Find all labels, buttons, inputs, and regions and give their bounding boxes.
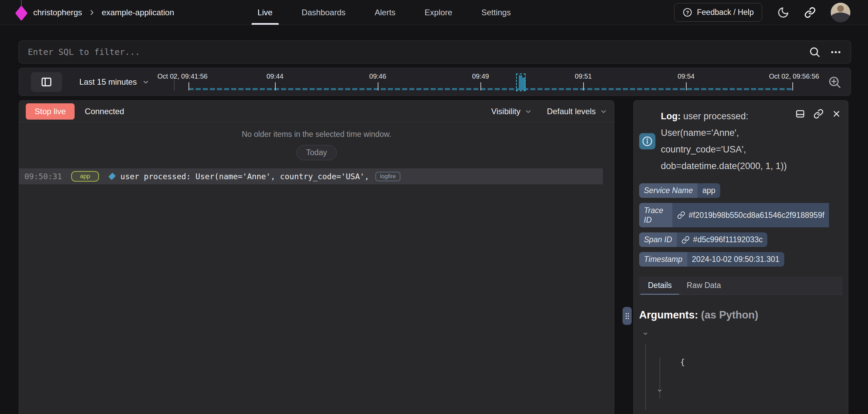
axis-tick-label: 09:44 [267,73,283,80]
link-icon [677,211,685,219]
search-icon[interactable] [809,46,821,58]
timeline-bar: Last 15 minutes Oct 02, 09:41:56 09:44 0… [19,68,851,96]
theme-toggle-moon-icon[interactable] [777,6,789,19]
visibility-label: Visibility [491,107,520,116]
axis-tickmark [378,82,378,90]
timeline-baseline [189,88,793,90]
trace-id-value: #f2019b98b550cd8a61546c2f9188959f [689,211,824,220]
timeline-axis[interactable]: Oct 02, 09:41:56 09:44 09:46 09:49 09:51… [189,68,793,96]
axis-tickmark [583,82,584,90]
axis-tickmark [480,82,481,90]
logo-diamond-icon [15,5,28,21]
tab-raw-data[interactable]: Raw Data [679,276,728,294]
live-view-header: Stop live Connected Visibility Default l… [19,101,614,122]
tab-details[interactable]: Details [640,276,679,294]
detail-title: Log: user processed: User(name='Anne', c… [661,108,790,174]
arguments-code-block: { 'user': User( name='Anne', country_cod… [639,327,843,414]
feedback-help-label: Feedback / Help [697,8,754,17]
code-line: { [639,327,843,384]
detail-header: Log: user processed: User(name='Anne', c… [639,108,843,174]
time-range-label: Last 15 minutes [79,77,137,87]
empty-window-section: No older items in the selected time wind… [19,122,614,168]
timestamp-value: 2024-10-02 09:50:31.301 [687,252,784,267]
today-button[interactable]: Today [296,145,337,160]
badge-label: Timestamp [639,252,687,267]
arguments-title: Arguments: [639,309,698,321]
panel-resize-handle[interactable] [623,307,632,325]
span-id-badge[interactable]: Span ID #d5c996f11192033c [639,232,767,247]
axis-tick-label: 09:51 [575,73,592,80]
attribute-badges: Service Name app Trace ID #f2019b98b550c… [639,183,843,272]
collapse-chevron-icon[interactable] [643,331,648,336]
tab-settings[interactable]: Settings [479,0,513,25]
scope-tag[interactable]: logfire [375,172,400,181]
svg-text:?: ? [686,9,689,15]
axis-tick-label: 09:49 [472,73,489,80]
code-line: 'user': User( [639,384,843,414]
detail-title-prefix: Log: [661,111,680,121]
top-navigation-bar: christophergs example-application Live D… [0,0,868,25]
more-options-icon[interactable] [830,46,842,58]
breadcrumb-project[interactable]: example-application [102,8,174,17]
sql-filter-bar [19,41,851,63]
axis-tickmark [275,82,276,90]
tab-live[interactable]: Live [256,0,275,25]
detail-tabs: Details Raw Data [639,276,843,295]
logfire-logo-icon[interactable] [16,0,27,25]
sql-filter-input[interactable] [28,47,809,57]
arguments-heading: Arguments: (as Python) [639,309,843,321]
chevron-down-icon [525,108,532,115]
trace-id-badge[interactable]: Trace ID #f2019b98b550cd8a61546c2f918895… [639,203,843,227]
visibility-dropdown[interactable]: Visibility [491,107,532,116]
axis-tickmark [189,82,189,90]
dock-panel-icon[interactable] [795,109,805,119]
axis-end-label: Oct 02, 09:56:56 [769,73,819,80]
default-levels-label: Default levels [547,107,596,116]
default-levels-dropdown[interactable]: Default levels [547,107,607,116]
service-tag[interactable]: app [71,171,99,182]
share-link-icon[interactable] [804,7,816,18]
question-circle-icon: ? [683,7,692,17]
span-id-value: #d5c996f11192033c [693,235,763,244]
log-row-message: user processed: User(name='Anne', countr… [120,172,369,181]
breadcrumb-org[interactable]: christophergs [33,8,82,17]
breadcrumb-chevron-icon [88,9,96,16]
main-nav: Live Dashboards Alerts Explore Settings [256,0,513,25]
timestamp-badge: Timestamp 2024-10-02 09:50:31.301 [639,252,784,267]
breadcrumb: christophergs example-application [0,0,174,25]
badge-value: app [697,183,720,198]
log-row-time: 09:50:31 [24,172,71,181]
log-row[interactable]: 09:50:31 app user processed: User(name='… [19,168,603,184]
info-icon [639,133,655,149]
link-icon [682,236,690,244]
collapse-chevron-icon[interactable] [657,388,663,393]
histogram-selection[interactable] [516,74,526,91]
service-name-badge: Service Name app [639,183,720,198]
tab-dashboards[interactable]: Dashboards [300,0,348,25]
badge-label: Trace ID [639,203,672,227]
axis-tick-label: 09:54 [677,73,694,80]
copy-link-icon[interactable] [813,109,824,119]
tab-alerts[interactable]: Alerts [373,0,397,25]
tab-explore[interactable]: Explore [422,0,454,25]
user-avatar[interactable] [831,3,850,22]
sidebar-toggle-button[interactable] [31,72,62,92]
axis-tickmark [792,82,793,90]
connection-status: Connected [85,107,124,116]
close-icon[interactable] [832,109,841,119]
badge-label: Service Name [639,183,697,198]
empty-window-message: No older items in the selected time wind… [19,130,614,139]
stop-live-button[interactable]: Stop live [26,103,75,120]
badge-label: Span ID [639,232,677,247]
axis-tickmark [686,82,687,90]
feedback-help-button[interactable]: ? Feedback / Help [674,3,762,22]
chevron-down-icon [142,78,150,86]
axis-start-label: Oct 02, 09:41:56 [157,73,208,80]
log-level-diamond-icon [108,173,116,180]
axis-tick-label: 09:46 [369,73,386,80]
time-range-selector[interactable]: Last 15 minutes [79,68,150,96]
live-view-panel: Stop live Connected Visibility Default l… [19,100,614,414]
log-detail-panel: Log: user processed: User(name='Anne', c… [633,100,848,414]
chevron-down-icon [600,108,607,115]
zoom-in-icon[interactable] [828,75,842,89]
